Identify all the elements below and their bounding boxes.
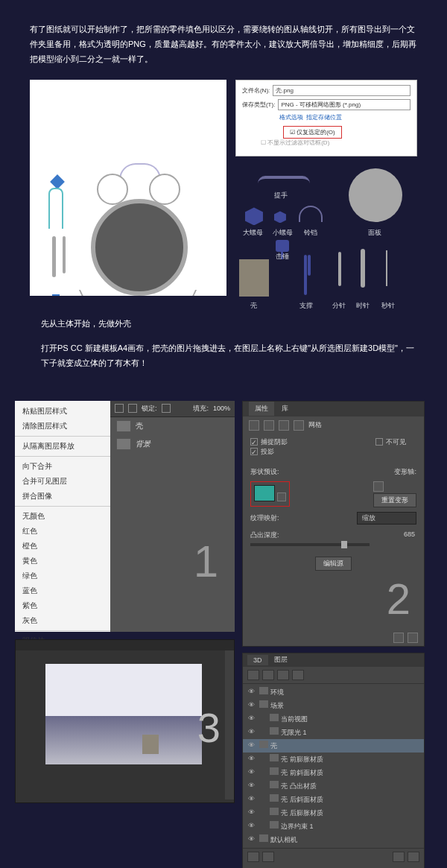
deform-axis-icon[interactable]: [373, 481, 384, 492]
filter-all-icon[interactable]: [247, 670, 259, 680]
visibility-eye-icon[interactable]: 👁: [246, 741, 256, 750]
chk-no-filter-dialog[interactable]: ☐ 不显示过滤器对话框(D): [261, 139, 329, 147]
export-dialog: 文件名(N): 壳.png 保存类型(T): PNG - 可移植网络图形 (*.…: [235, 80, 417, 156]
3d-tree-item[interactable]: 👁壳 前膨胀材质: [243, 753, 424, 766]
props-footer-icon[interactable]: [393, 633, 404, 643]
menu-item[interactable]: 橙色: [15, 539, 110, 554]
fill-value[interactable]: 100%: [213, 405, 230, 412]
intro-paragraph: 有了图纸就可以开始制作了，把所需的零件填色用以区分，需要绕转的图从轴线切开，所有…: [30, 22, 417, 66]
mesh-icon[interactable]: [249, 420, 259, 431]
visibility-eye-icon[interactable]: 👁: [246, 768, 256, 777]
visibility-eye-icon[interactable]: 👁: [246, 795, 256, 804]
visibility-eye-icon[interactable]: 👁: [246, 755, 256, 764]
3d-tree-item[interactable]: 👁默认相机: [243, 833, 424, 846]
menu-item[interactable]: 向下合并: [15, 459, 110, 474]
visibility-eye-icon[interactable]: 👁: [246, 808, 256, 817]
lock-icon-2[interactable]: [128, 404, 137, 413]
visibility-eye-icon[interactable]: 👁: [246, 728, 256, 737]
3d-footer-icon[interactable]: [247, 852, 259, 862]
lock-opt-icon[interactable]: [162, 404, 171, 413]
trash-icon[interactable]: [408, 633, 418, 643]
menu-item[interactable]: 紫色: [15, 598, 110, 613]
visibility-eye-icon[interactable]: 👁: [246, 782, 256, 791]
tab-layers[interactable]: 图层: [274, 655, 288, 665]
chevron-down-icon[interactable]: [277, 492, 286, 501]
3d-viewport[interactable]: [45, 664, 202, 764]
reset-deform-button[interactable]: 重置变形: [373, 493, 416, 507]
3d-tree-item[interactable]: 👁壳 前斜面材质: [243, 766, 424, 779]
3d-tree-item[interactable]: 👁壳 凸出材质: [243, 779, 424, 793]
layer-row-background[interactable]: 背景: [110, 435, 235, 453]
extrude-depth-value[interactable]: 685: [404, 530, 415, 538]
filter-material-icon[interactable]: [277, 670, 289, 680]
lock-icon[interactable]: [115, 404, 124, 413]
panel-1: 粘贴图层样式清除图层样式 从隔离图层释放 向下合并合并可见图层拼合图像 无颜色红…: [15, 401, 235, 632]
3d-tree-item[interactable]: 👁环境: [243, 685, 424, 699]
filter-mesh-icon[interactable]: [262, 670, 274, 680]
menu-item[interactable]: 黄色: [15, 554, 110, 568]
dlg-link-a[interactable]: 格式选项: [279, 114, 303, 121]
part-label-nut-big: 大螺母: [243, 228, 263, 238]
3d-panel: 3D 图层 👁环境👁场景👁当前视图👁无限光 1👁壳👁壳 前膨胀材质👁壳 前斜面材…: [242, 653, 425, 868]
shape-preset-label: 形状预设:: [250, 467, 279, 477]
texture-map-select[interactable]: 缩放: [357, 512, 416, 525]
tree-type-icon: [270, 808, 279, 815]
dlg-link-b[interactable]: 指定存储位置: [306, 114, 342, 121]
tab-3d[interactable]: 3D: [247, 655, 268, 665]
menu-item[interactable]: 合并可见图层: [15, 474, 110, 489]
menu-item[interactable]: 灰色: [15, 613, 110, 628]
tab-library[interactable]: 库: [282, 404, 288, 414]
tree-type-icon: [270, 727, 279, 735]
menu-item[interactable]: 拼合图像: [15, 489, 110, 504]
3d-tree-item[interactable]: 👁壳: [243, 739, 424, 753]
chk-selected-only[interactable]: ☑ 仅复选定的(O): [283, 126, 342, 139]
new-icon[interactable]: [393, 852, 405, 862]
3d-tree-item[interactable]: 👁壳 后斜面材质: [243, 793, 424, 806]
3d-tree-item[interactable]: 👁场景: [243, 699, 424, 712]
3d-tree-item[interactable]: 👁壳 后膨胀材质: [243, 806, 424, 820]
visibility-eye-icon[interactable]: 👁: [246, 715, 256, 723]
part-label-hammer: 击锤: [276, 252, 289, 262]
extrude-depth-slider[interactable]: [250, 543, 370, 546]
tree-type-icon: [270, 714, 279, 721]
3d-tree-item[interactable]: 👁边界约束 1: [243, 820, 424, 833]
filter-light-icon[interactable]: [292, 670, 304, 680]
chk-cast-shadow[interactable]: ✓投影: [250, 447, 274, 457]
props-icon-3[interactable]: [279, 420, 289, 431]
shape-preset-control[interactable]: [250, 481, 290, 507]
menu-item[interactable]: 蓝色: [15, 583, 110, 598]
edit-source-button[interactable]: 编辑源: [315, 557, 352, 571]
layers-panel-area: 锁定: 填充: 100% 壳 背景 1: [110, 401, 235, 632]
step-number-1: 1: [194, 536, 218, 587]
section2-title: 先从主体开始，先做外壳: [41, 318, 417, 329]
menu-item[interactable]: 无颜色: [15, 509, 110, 524]
3d-tree-item[interactable]: 👁无限光 1: [243, 726, 424, 739]
menu-item[interactable]: 从隔离图层释放: [15, 439, 110, 454]
visibility-eye-icon[interactable]: 👁: [246, 835, 256, 844]
extrude-depth-label: 凸出深度:: [250, 531, 279, 539]
visibility-eye-icon[interactable]: 👁: [246, 688, 256, 697]
visibility-eye-icon[interactable]: 👁: [246, 822, 256, 831]
props-icon-2[interactable]: [264, 420, 274, 431]
3d-tree-item[interactable]: 👁当前视图: [243, 712, 424, 726]
filetype-select[interactable]: PNG - 可移植网络图形 (*.png): [278, 99, 410, 110]
chk-invisible[interactable]: 不可见: [375, 437, 406, 447]
filename-input[interactable]: 壳.png: [273, 85, 410, 96]
3d-footer-icon[interactable]: [262, 852, 274, 862]
trash-icon[interactable]: [408, 852, 419, 862]
tree-type-icon: [270, 821, 279, 829]
tree-type-icon: [270, 767, 279, 775]
menu-item[interactable]: 清除图层样式: [15, 419, 110, 434]
tab-properties[interactable]: 属性: [249, 402, 274, 416]
menu-item[interactable]: 粘贴图层样式: [15, 404, 110, 419]
props-icon-4[interactable]: [294, 420, 304, 431]
visibility-eye-icon[interactable]: 👁: [246, 701, 256, 710]
layer-row-shell[interactable]: 壳: [110, 417, 235, 435]
menu-item[interactable]: 红色: [15, 524, 110, 539]
lock-label: 锁定:: [142, 404, 157, 414]
layer-name: 背景: [136, 439, 150, 449]
part-label-second: 秒针: [381, 301, 395, 311]
chk-catch-shadow[interactable]: ✓捕捉阴影: [250, 437, 288, 447]
part-label-nut-small: 小螺母: [273, 228, 293, 238]
menu-item[interactable]: 绿色: [15, 568, 110, 583]
